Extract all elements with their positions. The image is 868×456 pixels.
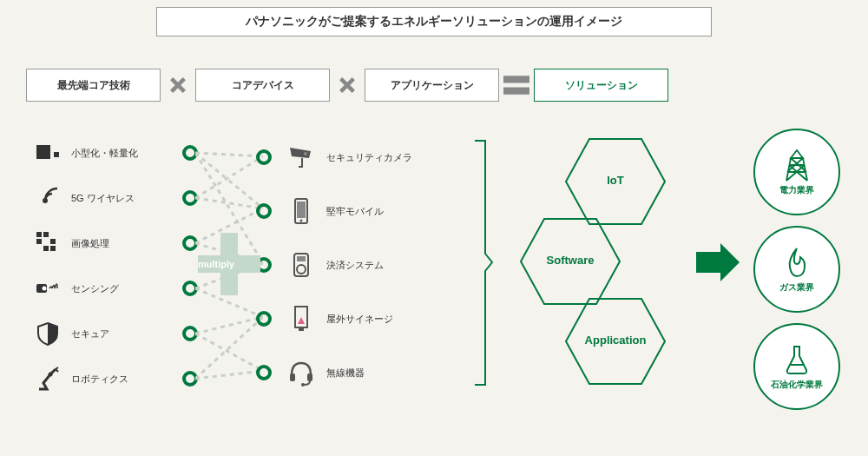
solution-power: 電力業界 [753, 129, 840, 215]
flask-icon [779, 342, 814, 377]
arrow-icon [694, 241, 741, 283]
svg-rect-27 [297, 202, 306, 218]
svg-rect-0 [36, 145, 50, 159]
device-label: 無線機器 [326, 367, 365, 380]
diagram-body: 小型化・軽量化 5G ワイヤレス 画像処理 センシング セキュア ロボティクス [0, 122, 868, 456]
hex-label: Software [519, 254, 621, 267]
sensing-icon [35, 275, 61, 301]
svg-rect-7 [43, 246, 49, 251]
title-bar: パナソニックがご提案するエネルギーソリューションの運用イメージ [156, 7, 712, 36]
svg-point-28 [300, 220, 303, 222]
multiply-icon [330, 76, 365, 95]
bracket-icon [473, 139, 494, 387]
robotics-icon [35, 366, 61, 392]
hex-label: Application [564, 334, 667, 347]
svg-line-16 [195, 198, 263, 208]
power-tower-icon [779, 148, 814, 182]
device-item: 決済システム [286, 238, 460, 292]
svg-rect-35 [307, 373, 312, 381]
device-item: 屋外サイネージ [286, 292, 460, 346]
device-label: セキュリティカメラ [326, 151, 412, 164]
image-processing-icon [35, 230, 61, 256]
wireless-icon [35, 185, 61, 211]
svg-point-10 [43, 287, 47, 291]
svg-rect-6 [50, 239, 56, 244]
svg-rect-4 [43, 232, 49, 237]
tech-item: ロボティクス [35, 356, 182, 401]
svg-line-23 [195, 371, 263, 379]
connector-circle-icon [256, 203, 272, 219]
secure-icon [35, 321, 61, 347]
device-item: 堅牢モバイル [286, 184, 460, 238]
tech-item: 小型化・軽量化 [35, 130, 182, 175]
category-tech: 最先端コア技術 [26, 69, 161, 102]
svg-point-31 [297, 265, 306, 274]
svg-rect-34 [290, 373, 295, 381]
svg-line-15 [195, 156, 263, 198]
category-app: アプリケーション [365, 69, 499, 102]
hexagon-group: IoT Software Application [510, 137, 684, 389]
device-item: セキュリティカメラ [286, 130, 460, 184]
security-camera-icon [286, 142, 316, 172]
device-label: 堅牢モバイル [326, 205, 384, 218]
tech-label: センシング [71, 282, 119, 295]
solution-column: 電力業界 ガス業界 石油化学業界 [753, 129, 849, 420]
svg-line-24 [195, 317, 263, 379]
headset-icon [286, 358, 316, 387]
device-label: 屋外サイネージ [326, 313, 393, 326]
flame-icon [779, 245, 814, 280]
solution-label: ガス業界 [779, 281, 814, 294]
tech-label: 5G ワイヤレス [71, 192, 135, 205]
category-solution: ソリューション [534, 69, 668, 102]
connector-circle-icon [182, 145, 198, 161]
tech-label: ロボティクス [71, 373, 128, 386]
multiply-label: multiply [198, 259, 234, 269]
tech-label: セキュア [71, 327, 109, 340]
svg-point-36 [301, 383, 305, 387]
tech-item: 5G ワイヤレス [35, 175, 182, 221]
category-device: コアデバイス [195, 69, 330, 102]
mobile-icon [286, 196, 316, 226]
tech-label: 小型化・軽量化 [71, 147, 138, 160]
tech-item: 画像処理 [35, 221, 182, 266]
svg-point-11 [49, 373, 53, 377]
tech-item: セキュア [35, 311, 182, 356]
connector-circle-icon [256, 311, 272, 327]
miniaturize-icon [35, 140, 61, 166]
solution-gas: ガス業界 [753, 226, 840, 313]
svg-rect-8 [50, 246, 56, 251]
payment-terminal-icon [286, 250, 316, 280]
solution-label: 石油化学業界 [771, 379, 823, 391]
connector-circle-icon [182, 371, 198, 387]
svg-rect-3 [36, 232, 42, 237]
tech-item: センシング [35, 266, 182, 311]
hex-software: Software [519, 217, 621, 306]
svg-line-12 [195, 153, 263, 156]
hex-application: Application [564, 297, 667, 386]
svg-line-21 [195, 317, 263, 334]
hex-iot: IoT [564, 137, 667, 226]
svg-rect-1 [54, 152, 59, 157]
device-column: セキュリティカメラ 堅牢モバイル 決済システム 屋外サイネージ 無線機器 [286, 130, 460, 400]
signage-icon [286, 304, 316, 334]
tech-label: 画像処理 [71, 237, 109, 250]
category-row: 最先端コア技術 コアデバイス アプリケーション ソリューション [0, 68, 868, 102]
connector-circle-icon [182, 190, 198, 206]
svg-line-13 [195, 153, 263, 208]
solution-label: 電力業界 [779, 184, 814, 196]
svg-rect-30 [297, 256, 306, 261]
svg-point-25 [304, 152, 307, 155]
connector-circle-icon [182, 326, 198, 341]
tech-column: 小型化・軽量化 5G ワイヤレス 画像処理 センシング セキュア ロボティクス [35, 130, 182, 401]
svg-rect-33 [299, 327, 304, 331]
multiply-icon [161, 76, 195, 95]
equals-icon [499, 68, 534, 102]
hex-label: IoT [564, 174, 667, 187]
device-label: 決済システム [326, 259, 384, 272]
svg-rect-5 [36, 239, 42, 244]
device-item: 無線機器 [286, 346, 460, 400]
solution-petrochemical: 石油化学業界 [753, 323, 840, 410]
svg-line-22 [195, 334, 263, 371]
connector-circle-icon [256, 365, 272, 380]
connector-circle-icon [256, 149, 272, 165]
